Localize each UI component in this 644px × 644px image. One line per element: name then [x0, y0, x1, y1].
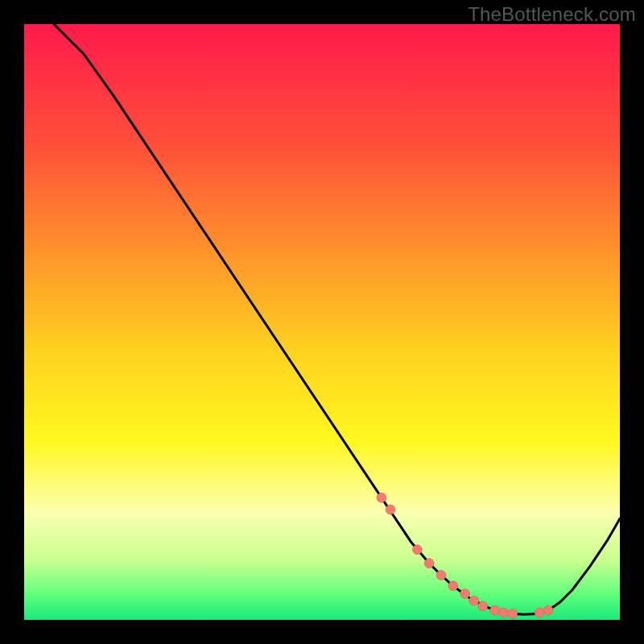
curve-marker [508, 609, 518, 619]
curve-marker [499, 608, 509, 617]
curve-marker [543, 605, 553, 615]
curve-marker [386, 505, 395, 514]
curve-marker [377, 493, 386, 502]
curve-marker [448, 581, 458, 591]
watermark-text: TheBottleneck.com [468, 3, 636, 26]
chart-frame: TheBottleneck.com [0, 0, 644, 644]
plot-area [24, 24, 620, 620]
chart-svg [24, 24, 620, 620]
curve-marker [478, 601, 488, 611]
gradient-background [24, 24, 620, 620]
curve-marker [469, 596, 479, 605]
curve-marker [436, 571, 446, 580]
curve-marker [535, 608, 544, 617]
curve-marker [424, 559, 434, 568]
curve-marker [412, 545, 422, 555]
curve-marker [460, 588, 470, 598]
curve-marker [490, 605, 500, 615]
